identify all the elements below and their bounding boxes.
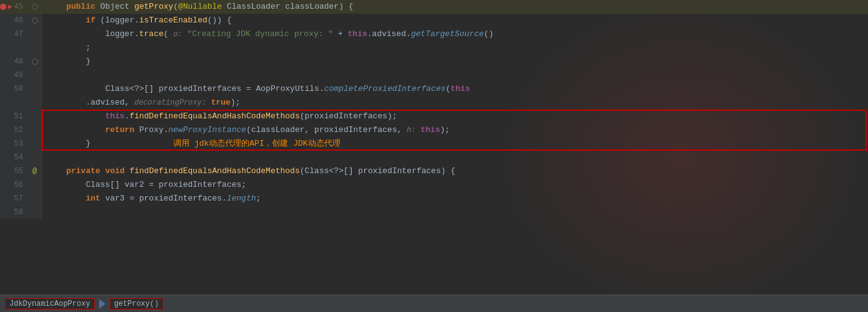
keyword-private-55: private (66, 164, 100, 178)
method-trace: trace (139, 27, 163, 41)
code-line-50b: .advised, decoratingProxy: true ); (0, 96, 868, 110)
breadcrumb-arrow-icon (99, 299, 105, 309)
keyword-true: true (211, 96, 230, 110)
var-logger-46: logger (105, 14, 135, 27)
type-aopproxyutils: AopProxyUtils (256, 82, 319, 96)
keyword-void-55: void (105, 164, 125, 178)
line-content-49 (42, 69, 868, 82)
breadcrumb-method-tag[interactable]: getProxy() (110, 298, 163, 310)
keyword-this-51: this (105, 110, 125, 123)
gutter-50b (28, 96, 42, 110)
gutter-47b (28, 41, 42, 55)
code-line-45: ▶ 45 public Object getProxy ( @Nullable … (0, 0, 868, 14)
line-number-58: 58 (0, 206, 28, 219)
gutter-55: @ (28, 164, 42, 178)
line-content-50: Class <?>[] proxiedInterfaces = AopProxy… (42, 82, 868, 96)
code-line-54: 54 (0, 151, 868, 164)
line-number-57: 57 (0, 192, 28, 206)
gutter-48 (28, 55, 42, 69)
gutter-53 (28, 137, 42, 151)
gutter-49 (28, 69, 42, 82)
var-advised-47: advised (372, 27, 407, 41)
field-length: length (227, 192, 256, 206)
gutter-58 (28, 206, 42, 219)
keyword-this-47: this (348, 27, 367, 41)
keyword-if: if (85, 14, 95, 27)
gutter-56 (28, 178, 42, 192)
gutter-52 (28, 123, 42, 137)
at-symbol-55: @ (32, 164, 37, 178)
code-line-49: 49 (0, 69, 868, 82)
method-getTargetSource: getTargetSource (411, 27, 484, 41)
code-line-56: 56 Class[] var2 = proxiedInterfaces; (0, 178, 868, 192)
keyword-this-50: this (451, 82, 470, 96)
comment-chinese-53: 调用 jdk动态代理的API，创建 JDK动态代理 (90, 137, 340, 151)
line-number-55: 55 (0, 164, 28, 178)
breakpoint-45[interactable] (0, 4, 6, 10)
line-number-50b (0, 96, 28, 110)
code-line-55: 55 @ private void findDefinedEqualsAndHa… (0, 164, 868, 178)
code-line-47: 47 logger . trace ( o: "Creating JDK dyn… (0, 27, 868, 41)
keyword-public: public (66, 0, 95, 14)
editor-container: ▶ 45 public Object getProxy ( @Nullable … (0, 0, 868, 312)
keyword-return: return (105, 123, 135, 137)
type-class-50: Class (105, 82, 130, 96)
string-creating: "Creating JDK dynamic proxy: " (187, 27, 333, 41)
code-line-46: 46 if ( logger . isTraceEnabled ()) { (0, 14, 868, 27)
code-line-58: 58 (0, 206, 868, 219)
gutter-46 (28, 14, 42, 27)
line-content-52: return Proxy. newProxyInstance (classLoa… (42, 123, 868, 137)
gutter-51 (28, 110, 42, 123)
line-number-54: 54 (0, 151, 28, 164)
exec-arrow-45: ▶ (8, 0, 12, 14)
code-line-53: 53 } 调用 jdk动态代理的API，创建 JDK动态代理 (0, 137, 868, 151)
line-content-56: Class[] var2 = proxiedInterfaces; (42, 178, 868, 192)
gutter-icon-45 (32, 4, 38, 10)
line-content-45: public Object getProxy ( @Nullable Class… (42, 0, 868, 14)
line-number-48: 48 (0, 55, 28, 69)
keyword-int: int (85, 192, 100, 206)
keyword-this-52: this (421, 123, 440, 137)
gutter-icon-46 (32, 17, 38, 24)
line-content-48: } (42, 55, 868, 69)
line-number-56: 56 (0, 178, 28, 192)
param-decoratingProxy: decoratingProxy: (134, 96, 206, 110)
line-number-53: 53 (0, 137, 28, 151)
gutter-50 (28, 82, 42, 96)
breadcrumb-class-tag[interactable]: JdkDynamicAopProxy (5, 298, 95, 310)
gutter-icon-48 (32, 59, 38, 65)
code-line-50: 50 Class <?>[] proxiedInterfaces = AopPr… (0, 82, 868, 96)
line-number-49: 49 (0, 69, 28, 82)
param-h: h: (407, 123, 415, 137)
method-getProxy: getProxy (134, 0, 173, 14)
method-findDefined-55: findDefinedEqualsAndHashCodeMethods (130, 164, 300, 178)
line-number-45: ▶ 45 (0, 0, 28, 14)
line-content-58 (42, 206, 868, 219)
line-content-53: } 调用 jdk动态代理的API，创建 JDK动态代理 (42, 137, 868, 151)
gutter-54 (28, 151, 42, 164)
line-content-47: logger . trace ( o: "Creating JDK dynami… (42, 27, 868, 41)
code-line-47b: ; (0, 41, 868, 55)
method-completeProxiedInterfaces: completeProxiedInterfaces (324, 82, 446, 96)
line-content-55: private void findDefinedEqualsAndHashCod… (42, 164, 868, 178)
line-content-57: int var3 = proxiedInterfaces. length ; (42, 192, 868, 206)
line-number-52: 52 (0, 123, 28, 137)
line-content-51: this . findDefinedEqualsAndHashCodeMetho… (42, 110, 868, 123)
breadcrumb-method[interactable]: getProxy() (110, 298, 163, 310)
method-isTraceEnabled: isTraceEnabled (139, 14, 207, 27)
method-findDefined: findDefinedEqualsAndHashCodeMethods (130, 110, 300, 123)
code-line-57: 57 int var3 = proxiedInterfaces. length … (0, 192, 868, 206)
line-number-51: 51 (0, 110, 28, 123)
line-content-54 (42, 151, 868, 164)
line-content-47b: ; (42, 41, 868, 55)
line-number-46: 46 (0, 14, 28, 27)
annotation-nullable: @Nullable (178, 0, 222, 14)
method-newProxyInstance: newProxyInstance (168, 123, 246, 137)
line-number-47: 47 (0, 27, 28, 41)
line-number-50: 50 (0, 82, 28, 96)
gutter-47 (28, 27, 42, 41)
gutter-57 (28, 192, 42, 206)
line-content-46: if ( logger . isTraceEnabled ()) { (42, 14, 868, 27)
param-o: o: (173, 27, 182, 41)
breadcrumb-class[interactable]: JdkDynamicAopProxy (5, 298, 95, 310)
